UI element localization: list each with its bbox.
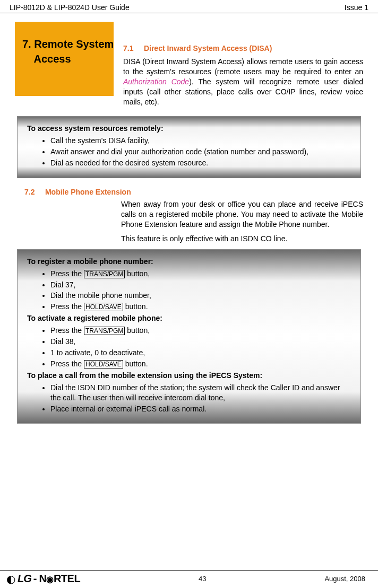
text: button,	[125, 326, 150, 335]
text: Press the	[50, 326, 84, 335]
text: button.	[123, 302, 148, 311]
text: button,	[125, 269, 150, 278]
list-item: Press the HOLD/SAVE button.	[50, 302, 351, 312]
text: Press the	[50, 269, 84, 278]
section-7-2-number: 7.2	[24, 188, 35, 196]
list-item: Press the HOLD/SAVE button.	[50, 359, 351, 369]
header-left: LIP-8012D & LIP-8024D User Guide	[10, 3, 130, 12]
box2-list2: Press the TRANS/PGM button, Dial 38, 1 t…	[27, 326, 351, 369]
list-item: Dial 37,	[50, 280, 351, 290]
section-7-2-para1: When away from your desk or office you c…	[121, 199, 363, 230]
section-7-2-title: Mobile Phone Extension	[45, 188, 131, 196]
list-item: Await answer and dial your authorization…	[50, 147, 351, 157]
box2-list1: Press the TRANS/PGM button, Dial 37, Dia…	[27, 269, 351, 312]
section-7-2-heading: 7.2 Mobile Phone Extension	[24, 188, 363, 196]
section-7-1-heading: 7.1 Direct Inward System Access (DISA)	[123, 44, 363, 52]
text: button.	[123, 359, 148, 368]
globe-icon: ◉	[46, 575, 54, 584]
text: Press the	[50, 359, 84, 368]
chapter-title-box: 7. Remote System Access	[15, 22, 114, 96]
logo-lg-text: LG	[18, 573, 31, 585]
list-item: Dial the mobile phone number,	[50, 291, 351, 301]
list-item: Place internal or external iPECS call as…	[50, 404, 351, 414]
footer-date: August, 2008	[324, 575, 365, 583]
box2-title1: To register a mobile phone number:	[27, 257, 351, 266]
box2-list3: Dial the ISDN DID number of the station;…	[27, 383, 351, 414]
header-right: Issue 1	[345, 3, 368, 12]
list-item: Press the TRANS/PGM button,	[50, 326, 351, 336]
section-7-1-para: DISA (Direct Inward System Access) allow…	[123, 57, 363, 107]
trans-pgm-button-label: TRANS/PGM	[84, 270, 125, 278]
s71-text-pre: DISA (Direct Inward System Access) allow…	[123, 57, 363, 76]
footer: ◐ LG - N◉RTEL 43 August, 2008	[0, 570, 378, 588]
logo-nortel-text: N◉RTEL	[39, 573, 80, 585]
authorization-code-text: Authorization Code	[123, 77, 189, 86]
box2-title3: To place a call from the mobile extensio…	[27, 371, 351, 380]
hold-save-button-label: HOLD/SAVE	[84, 303, 123, 311]
globe-icon: ◐	[6, 574, 15, 584]
list-item: Dial as needed for the desired system re…	[50, 158, 351, 168]
section-7-2-para2: This feature is only effective with an I…	[121, 234, 363, 244]
text: Press the	[50, 302, 84, 311]
chapter-title: 7. Remote System Access	[22, 37, 109, 66]
list-item: Dial the ISDN DID number of the station;…	[50, 383, 351, 403]
box1-title: To access system resources remotely:	[27, 124, 351, 133]
page-number: 43	[199, 575, 206, 583]
section-7-1-title: Direct Inward System Access (DISA)	[144, 44, 272, 52]
header: LIP-8012D & LIP-8024D User Guide Issue 1	[0, 0, 378, 13]
trans-pgm-button-label: TRANS/PGM	[84, 327, 125, 335]
instruction-box-mobile: To register a mobile phone number: Press…	[17, 249, 361, 424]
box2-title2: To activate a registered mobile phone:	[27, 314, 351, 322]
list-item: Press the TRANS/PGM button,	[50, 269, 351, 279]
list-item: 1 to activate, 0 to deactivate,	[50, 348, 351, 358]
hold-save-button-label: HOLD/SAVE	[84, 360, 123, 368]
logo-dash: -	[33, 573, 37, 585]
instruction-box-remote-access: To access system resources remotely: Cal…	[17, 116, 361, 178]
box1-list: Call the system's DISA facility, Await a…	[27, 136, 351, 168]
lg-nortel-logo: ◐ LG - N◉RTEL	[6, 573, 80, 585]
list-item: Call the system's DISA facility,	[50, 136, 351, 146]
list-item: Dial 38,	[50, 337, 351, 347]
section-7-1-number: 7.1	[123, 44, 133, 52]
